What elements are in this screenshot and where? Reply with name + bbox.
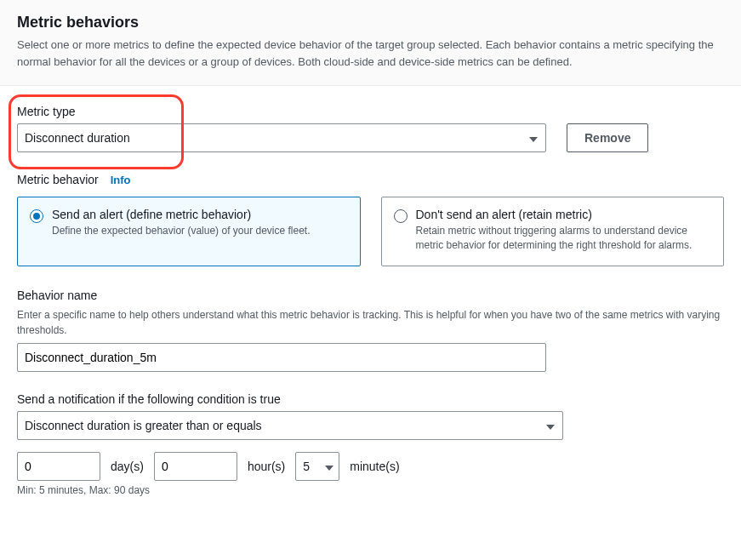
minutes-select[interactable]: 5 <box>295 452 339 481</box>
radio-title: Don't send an alert (retain metric) <box>416 208 712 221</box>
min-max-hint: Min: 5 minutes, Max: 90 days <box>17 484 724 496</box>
metric-type-row: Metric type Disconnect duration Remove <box>17 105 724 152</box>
metric-type-select[interactable]: Disconnect duration <box>17 123 546 152</box>
chevron-down-icon <box>325 460 333 473</box>
radio-desc: Retain metric without triggering alarms … <box>416 224 712 254</box>
behavior-name-block: Behavior name Enter a specific name to h… <box>17 289 724 372</box>
radio-desc: Define the expected behavior (value) of … <box>52 224 311 238</box>
condition-block: Send a notification if the following con… <box>17 392 724 496</box>
remove-button[interactable]: Remove <box>567 123 648 152</box>
metric-behavior-header: Metric behavior Info <box>17 173 724 186</box>
hours-input[interactable] <box>154 452 237 481</box>
radio-dot-icon <box>394 209 408 223</box>
days-unit: day(s) <box>111 460 144 473</box>
behavior-name-label: Behavior name <box>17 289 724 302</box>
info-link[interactable]: Info <box>111 174 131 186</box>
header-section: Metric behaviors Select one or more metr… <box>0 0 741 86</box>
radio-option-send-alert[interactable]: Send an alert (define metric behavior) D… <box>17 197 361 266</box>
minutes-value: 5 <box>303 460 310 473</box>
radio-option-retain-metric[interactable]: Don't send an alert (retain metric) Reta… <box>381 197 725 266</box>
page-description: Select one or more metrics to define the… <box>17 37 724 70</box>
condition-select[interactable]: Disconnect duration is greater than or e… <box>17 411 563 440</box>
behavior-name-help: Enter a specific name to help others und… <box>17 307 724 338</box>
metric-type-value: Disconnect duration <box>25 131 130 145</box>
radio-group: Send an alert (define metric behavior) D… <box>17 197 724 266</box>
page-title: Metric behaviors <box>17 14 724 31</box>
days-input[interactable] <box>17 452 100 481</box>
metric-behavior-label: Metric behavior <box>17 173 99 186</box>
behavior-name-input[interactable] <box>17 343 546 372</box>
hours-unit: hour(s) <box>248 460 285 473</box>
minutes-unit: minute(s) <box>350 460 399 473</box>
content-area: Metric type Disconnect duration Remove M… <box>0 86 741 534</box>
time-inputs-row: day(s) hour(s) 5 minute(s) <box>17 452 724 481</box>
condition-label: Send a notification if the following con… <box>17 392 724 406</box>
condition-value: Disconnect duration is greater than or e… <box>25 419 262 432</box>
radio-title: Send an alert (define metric behavior) <box>52 208 311 221</box>
radio-dot-icon <box>30 209 43 223</box>
metric-type-label: Metric type <box>17 105 546 118</box>
